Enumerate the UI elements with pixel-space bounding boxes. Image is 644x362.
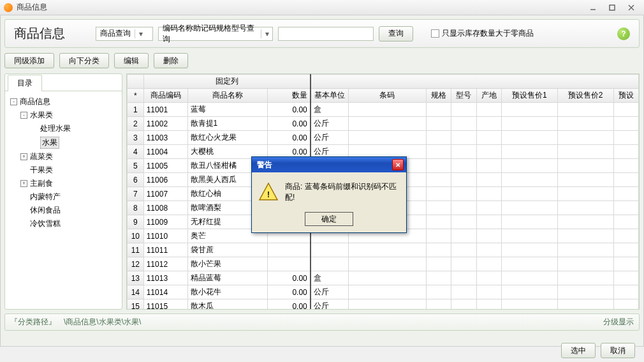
tree-node-label: 主副食 xyxy=(30,178,53,189)
checkbox-icon xyxy=(431,29,439,38)
table-row[interactable]: 1411014散小花牛0.00公斤 xyxy=(128,285,639,299)
tree-node[interactable]: +主副食 xyxy=(8,177,119,190)
search-button[interactable]: 查询 xyxy=(379,26,413,41)
delete-button[interactable]: 删除 xyxy=(154,53,188,68)
tree-node-label: 水果 xyxy=(40,137,59,149)
table-row[interactable]: 1211012散小芒果 xyxy=(128,257,639,271)
chevron-down-icon: ▾ xyxy=(135,29,146,38)
help-icon[interactable]: ? xyxy=(617,27,630,40)
search-input[interactable] xyxy=(278,27,374,41)
table-row[interactable]: 311003散红心火龙果0.00公斤 xyxy=(128,131,639,145)
tree-node-label: 蔬菜类 xyxy=(30,151,53,162)
dialog-title: 警告 xyxy=(257,160,272,170)
col-qty[interactable]: 数量 xyxy=(268,89,311,103)
col-code[interactable]: 商品编码 xyxy=(143,89,187,103)
toolbar: 同级添加 向下分类 编辑 删除 xyxy=(4,48,640,73)
table-row[interactable]: 1511015散木瓜0.00公斤 xyxy=(128,299,639,310)
cancel-button[interactable]: 取消 xyxy=(601,343,635,358)
category-tree-panel: 目录 -商品信息-水果类处理水果水果+蔬菜类干果类+主副食内蒙特产休闲食品冷饮雪… xyxy=(4,73,122,310)
query-type-combo[interactable]: 商品查询▾ xyxy=(96,27,153,41)
warning-icon: ! xyxy=(258,182,279,202)
search-field-combo[interactable]: 编码名称助记码规格型号查询▾ xyxy=(158,27,273,41)
dialog-message: 商品: 蓝莓条码前缀和识别码不匹配! xyxy=(285,181,400,203)
tree-node[interactable]: +蔬菜类 xyxy=(8,150,119,163)
header-bar: 商品信息 商品查询▾ 编码名称助记码规格型号查询▾ 查询 只显示库存数量大于零商… xyxy=(4,19,640,48)
warning-dialog: 警告 ✕ ! 商品: 蓝莓条码前缀和识别码不匹配! 确定 xyxy=(251,156,407,233)
col-model[interactable]: 型号 xyxy=(451,89,476,103)
page-title: 商品信息 xyxy=(14,25,65,42)
select-button[interactable]: 选中 xyxy=(561,343,596,358)
svg-rect-1 xyxy=(610,5,615,10)
tree-node-label: 处理水果 xyxy=(40,123,71,134)
tree-node[interactable]: 处理水果 xyxy=(8,122,119,135)
level-display-button[interactable]: 分级显示 xyxy=(603,317,634,328)
table-row[interactable]: 1111011袋甘蔗 xyxy=(128,243,639,257)
col-origin[interactable]: 产地 xyxy=(476,89,501,103)
expand-icon[interactable]: + xyxy=(20,153,27,160)
maximize-button[interactable] xyxy=(603,3,621,13)
tree-tabs: 目录 xyxy=(5,74,122,91)
window-titlebar: 商品信息 xyxy=(0,0,644,15)
col-star[interactable]: * xyxy=(128,89,144,103)
chevron-down-icon: ▾ xyxy=(261,29,272,38)
tree-node[interactable]: 水果 xyxy=(8,135,119,150)
table-row[interactable]: 211002散青提10.00公斤 xyxy=(128,117,639,131)
col-spec[interactable]: 规格 xyxy=(426,89,451,103)
tree-node-label: 水果类 xyxy=(30,110,53,121)
path-bar: 『分类路径』 \商品信息\水果类\水果\ 分级显示 xyxy=(4,313,640,331)
tree-node[interactable]: 冷饮雪糕 xyxy=(8,217,119,230)
table-row[interactable]: 1311013精品蓝莓0.00盒 xyxy=(128,271,639,285)
tree-node-label: 干果类 xyxy=(30,165,53,176)
collapse-icon[interactable]: - xyxy=(10,98,17,105)
svg-text:!: ! xyxy=(267,190,270,199)
dialog-ok-button[interactable]: 确定 xyxy=(305,212,353,226)
stock-filter-checkbox[interactable]: 只显示库存数量大于零商品 xyxy=(431,28,534,39)
tree-node[interactable]: -水果类 xyxy=(8,109,119,122)
same-level-add-button[interactable]: 同级添加 xyxy=(4,53,54,68)
tree-node-label: 休闲食品 xyxy=(30,205,61,216)
col-price2[interactable]: 预设售价2 xyxy=(557,89,613,103)
footer-buttons: 选中 取消 xyxy=(561,343,635,358)
col-preset[interactable]: 预设 xyxy=(613,89,639,103)
tree-node[interactable]: 干果类 xyxy=(8,163,119,177)
col-price1[interactable]: 预设售价1 xyxy=(502,89,558,103)
tab-directory[interactable]: 目录 xyxy=(8,75,42,91)
sub-category-button[interactable]: 向下分类 xyxy=(59,53,109,68)
col-barcode[interactable]: 条码 xyxy=(349,89,427,103)
table-row[interactable]: 111001蓝莓0.00盒 xyxy=(128,103,639,117)
path-label: 『分类路径』 xyxy=(10,317,56,328)
collapse-icon[interactable]: - xyxy=(20,112,27,119)
tree-node[interactable]: 休闲食品 xyxy=(8,204,119,217)
tree-body[interactable]: -商品信息-水果类处理水果水果+蔬菜类干果类+主副食内蒙特产休闲食品冷饮雪糕 xyxy=(5,91,122,309)
group-fixed-header: 固定列 xyxy=(143,75,311,89)
tree-node-label: 商品信息 xyxy=(20,96,50,107)
edit-button[interactable]: 编辑 xyxy=(114,53,149,68)
window-title: 商品信息 xyxy=(17,2,584,13)
tree-node-label: 内蒙特产 xyxy=(30,192,61,202)
tree-node[interactable]: 内蒙特产 xyxy=(8,190,119,204)
col-unit[interactable]: 基本单位 xyxy=(311,89,349,103)
expand-icon[interactable]: + xyxy=(20,180,27,187)
path-value: \商品信息\水果类\水果\ xyxy=(64,317,141,328)
tree-node[interactable]: -商品信息 xyxy=(8,95,119,109)
col-name[interactable]: 商品名称 xyxy=(187,89,268,103)
minimize-button[interactable] xyxy=(584,3,602,13)
close-button[interactable] xyxy=(622,3,640,13)
tree-node-label: 冷饮雪糕 xyxy=(30,218,61,229)
dialog-titlebar[interactable]: 警告 ✕ xyxy=(252,157,406,172)
dialog-close-button[interactable]: ✕ xyxy=(392,159,404,170)
app-icon xyxy=(4,3,13,12)
